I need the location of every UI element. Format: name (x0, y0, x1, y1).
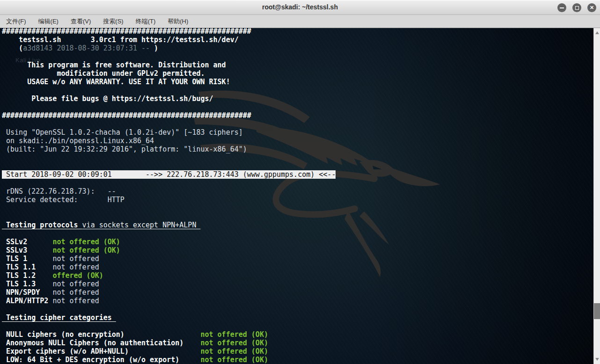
terminal-line: Anonymous NULL Ciphers (no authenticatio… (2, 339, 593, 347)
terminal-view[interactable]: Kali Live ##############################… (0, 28, 593, 364)
terminal-line: rDNS (222.76.218.73): -- (2, 187, 593, 196)
terminal-line: ########################################… (2, 111, 593, 120)
close-icon: ✕ (587, 4, 596, 11)
terminal-line: (built: "Jun 22 19:32:29 2016", platform… (2, 145, 593, 153)
terminal-line: TLS 1.3 not offered (2, 280, 593, 288)
terminal-line: Testing protocols via sockets except NPN… (2, 221, 593, 229)
terminal-line (2, 120, 593, 128)
window-title: root@skadi: ~/testssl.sh (0, 3, 600, 11)
terminal-line: USAGE w/o ANY WARRANTY. USE IT AT YOUR O… (2, 78, 593, 86)
terminal-line: TLS 1 not offered (2, 255, 593, 263)
terminal-line: Export ciphers (w/o ADH+NULL) not offere… (2, 347, 593, 356)
menu-item-1[interactable]: 编辑(E) (35, 16, 62, 27)
maximize-button[interactable] (572, 3, 581, 12)
terminal-line (2, 229, 593, 238)
minimize-button[interactable] (557, 3, 566, 12)
terminal-line: (a3d8143 2018-08-30 23:07:31 -- ) (2, 44, 593, 52)
window-controls: ✕ (557, 3, 596, 12)
maximize-icon (575, 6, 579, 10)
terminal-line (2, 103, 593, 111)
terminal-line: This program is free software. Distribut… (2, 61, 593, 69)
terminal-line (2, 212, 593, 221)
menu-item-4[interactable]: 终端(T) (132, 16, 159, 27)
terminal-output[interactable]: ########################################… (0, 28, 593, 364)
terminal-line: TLS 1.1 not offered (2, 263, 593, 271)
terminal-line (2, 322, 593, 330)
terminal-line: ########################################… (2, 28, 593, 36)
minimize-icon (560, 7, 564, 8)
titlebar[interactable]: root@skadi: ~/testssl.sh ✕ (0, 0, 600, 15)
terminal-line: Service detected: HTTP (2, 196, 593, 204)
terminal-line: SSLv2 not offered (OK) (2, 238, 593, 246)
terminal-line (2, 52, 593, 61)
terminal-line: Please file bugs @ https://testssl.sh/bu… (2, 95, 593, 103)
terminal-line: Testing cipher categories (2, 313, 593, 322)
terminal-line: ALPN/HTTP2 not offered (2, 297, 593, 305)
terminal-line (2, 179, 593, 187)
terminal-line: LOW: 64 Bit + DES encryption (w/o export… (2, 356, 593, 364)
menu-item-0[interactable]: 文件(F) (3, 16, 29, 27)
terminal-line (2, 162, 593, 170)
terminal-line: Using "OpenSSL 1.0.2-chacha (1.0.2i-dev)… (2, 128, 593, 137)
terminal-line: Start 2018-09-02 00:09:01 -->> 222.76.21… (2, 170, 593, 179)
menu-item-5[interactable]: 帮助(H) (164, 16, 191, 27)
terminal-line (2, 204, 593, 212)
scrollbar-thumb[interactable] (594, 303, 600, 319)
terminal-line: TLS 1.2 offered (OK) (2, 271, 593, 280)
scrollbar[interactable] (593, 28, 600, 364)
menu-item-2[interactable]: 查看(V) (67, 16, 94, 27)
terminal-line: NPN/SPDY not offered (2, 288, 593, 297)
menu-item-3[interactable]: 搜索(S) (100, 16, 126, 27)
terminal-line (2, 86, 593, 95)
close-button[interactable]: ✕ (587, 3, 596, 12)
terminal-line: testssl.sh 3.0rc1 from https://testssl.s… (2, 36, 593, 44)
scroll-down-icon[interactable] (595, 358, 599, 361)
terminal-line (2, 305, 593, 313)
terminal-line (2, 153, 593, 162)
terminal-window: root@skadi: ~/testssl.sh ✕ 文件(F)编辑(E)查看(… (0, 0, 600, 364)
terminal-line: NULL ciphers (no encryption) not offered… (2, 330, 593, 339)
terminal-line: modification under GPLv2 permitted. (2, 69, 593, 78)
menubar: 文件(F)编辑(E)查看(V)搜索(S)终端(T)帮助(H) (0, 15, 600, 28)
scroll-up-icon[interactable] (595, 31, 599, 34)
terminal-line: SSLv3 not offered (OK) (2, 246, 593, 255)
terminal-line: on skadi:./bin/openssl.Linux.x86_64 (2, 137, 593, 145)
